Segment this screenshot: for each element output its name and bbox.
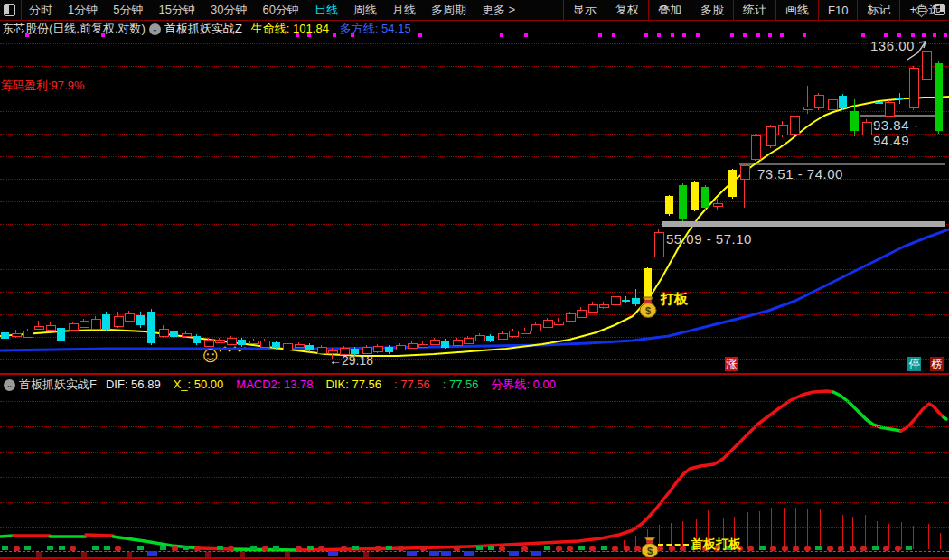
candle bbox=[691, 182, 699, 210]
candle bbox=[543, 320, 553, 328]
trading-terminal: 分时1分钟5分钟15分钟30分钟60分钟日线周线月线多周期更多 > 显示复权叠加… bbox=[0, 0, 949, 560]
baseline-mark-g bbox=[273, 546, 279, 550]
high-price-label: 136.00 bbox=[870, 38, 915, 53]
badge-zhang[interactable]: 涨 bbox=[725, 357, 738, 371]
candle bbox=[69, 323, 79, 331]
baseline-mark-r bbox=[194, 546, 201, 551]
indicator-values: DIF: 56.89X_: 50.00MACD2: 13.78DIK: 77.5… bbox=[106, 377, 568, 393]
candle bbox=[418, 344, 428, 348]
candle bbox=[260, 341, 270, 348]
baseline-mark-r bbox=[838, 546, 844, 551]
baseline-mark-b bbox=[464, 551, 474, 556]
candle bbox=[182, 333, 192, 337]
baseline-mark-r bbox=[499, 546, 505, 551]
baseline-mark-r bbox=[747, 546, 754, 551]
candle bbox=[509, 331, 519, 338]
bottom-border bbox=[0, 557, 949, 559]
volume-spike bbox=[928, 524, 929, 549]
baseline-mark-r bbox=[567, 546, 573, 551]
badge-bang[interactable]: 榜 bbox=[930, 357, 944, 371]
candle bbox=[249, 341, 259, 344]
baseline-mark-g bbox=[815, 546, 822, 550]
candle bbox=[766, 126, 776, 146]
candle bbox=[102, 314, 110, 330]
baseline-mark-g bbox=[137, 546, 144, 550]
baseline-mark-r bbox=[883, 546, 889, 551]
baseline-mark-r bbox=[782, 546, 788, 551]
baseline-mark-r bbox=[70, 546, 76, 551]
baseline-mark-g bbox=[352, 546, 359, 550]
candle bbox=[147, 312, 155, 343]
volume-spike bbox=[852, 517, 853, 549]
baseline-mark-r bbox=[398, 546, 404, 551]
candle bbox=[875, 102, 883, 104]
baseline-mark-g bbox=[217, 546, 223, 550]
volume-spike bbox=[865, 515, 866, 549]
candle bbox=[486, 336, 494, 341]
baseline-mark-g bbox=[160, 546, 166, 550]
baseline-mark-g bbox=[250, 546, 257, 550]
volume-spike bbox=[795, 508, 796, 549]
candle bbox=[713, 203, 723, 207]
dashed-connector bbox=[658, 544, 689, 546]
baseline-mark-g bbox=[47, 546, 53, 550]
baseline-mark-r bbox=[860, 546, 867, 551]
candle bbox=[531, 324, 541, 331]
baseline-mark-r bbox=[589, 546, 596, 551]
indicator-header: ⌄ 首板抓妖实战F DIF: 56.89X_: 50.00MACD2: 13.7… bbox=[0, 375, 949, 395]
money-bag-icon: $ bbox=[638, 296, 658, 318]
daban-label: 打板 bbox=[661, 291, 688, 308]
candle bbox=[430, 340, 440, 345]
indicator-field: : 77.56 bbox=[443, 378, 479, 391]
baseline-mark-b bbox=[531, 551, 541, 556]
badge-ting[interactable]: 停 bbox=[907, 357, 921, 371]
zone2-label: 73.51 - 74.00 bbox=[757, 166, 843, 182]
baseline-mark-b bbox=[441, 551, 451, 556]
candle bbox=[498, 333, 508, 340]
baseline-mark-g bbox=[759, 546, 766, 550]
candle bbox=[385, 347, 393, 351]
candle bbox=[728, 170, 737, 197]
candle bbox=[295, 344, 305, 348]
svg-text:$: $ bbox=[645, 305, 651, 316]
candle bbox=[91, 319, 101, 330]
volume-spike bbox=[832, 510, 832, 549]
baseline-mark-g bbox=[476, 546, 483, 550]
candle bbox=[408, 343, 418, 349]
candle bbox=[521, 331, 531, 334]
indicator2-collapse-icon[interactable]: ⌄ bbox=[4, 379, 15, 391]
svg-text:$: $ bbox=[647, 546, 653, 556]
zero-line bbox=[0, 551, 949, 552]
candle bbox=[125, 313, 135, 322]
zone3-label: 55.09 - 57.10 bbox=[666, 231, 752, 247]
dik-curve-segment bbox=[944, 417, 946, 419]
chart-lines-layer bbox=[0, 0, 949, 560]
candle bbox=[577, 310, 587, 318]
indicator-field: : 77.56 bbox=[394, 378, 430, 391]
baseline-mark-g bbox=[386, 546, 392, 550]
dik-curve-segment bbox=[199, 548, 230, 549]
baseline-mark-r bbox=[850, 546, 856, 551]
baseline-mark-r bbox=[375, 546, 381, 551]
candle bbox=[114, 316, 124, 327]
candle bbox=[272, 342, 280, 349]
candle bbox=[803, 107, 813, 110]
candle bbox=[644, 268, 652, 298]
dik-curve-segment bbox=[0, 536, 14, 537]
baseline-mark-b bbox=[407, 551, 417, 556]
gridline bbox=[0, 426, 949, 427]
candle bbox=[170, 331, 178, 337]
candle bbox=[80, 321, 89, 328]
baseline-mark-g bbox=[601, 546, 607, 550]
candle bbox=[909, 68, 919, 108]
smiley-face-icon: ☺ bbox=[199, 343, 222, 365]
zone1-label: 93.84 - 94.49 bbox=[873, 117, 949, 148]
baseline-mark-r bbox=[521, 546, 528, 551]
baseline-mark-r bbox=[770, 546, 776, 551]
baseline-mark-r bbox=[612, 546, 618, 551]
indicator-field: X_: 50.00 bbox=[174, 378, 224, 391]
candle bbox=[554, 322, 564, 325]
gridline bbox=[0, 401, 949, 402]
candle bbox=[922, 51, 932, 80]
volume-spike bbox=[940, 533, 941, 549]
